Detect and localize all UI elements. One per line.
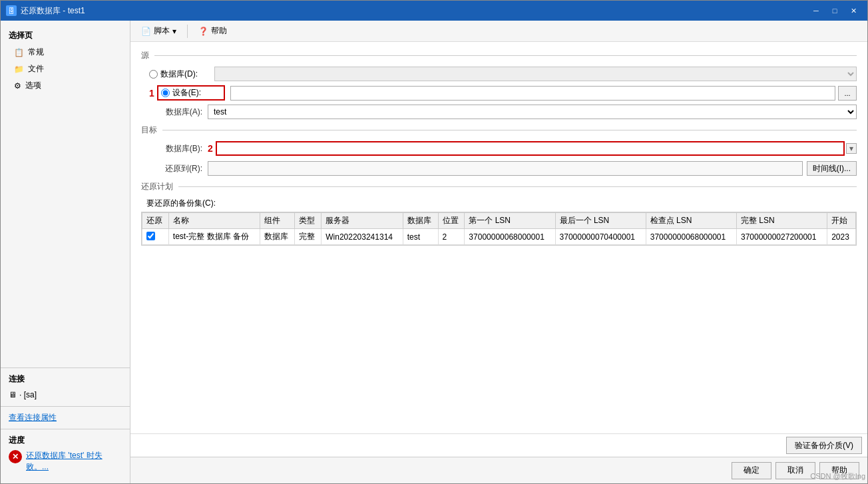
backup-sets-table: 还原 名称 组件 类型 服务器 数据库 位置 第一个 LSN 最后一个 LSN … xyxy=(142,212,856,245)
general-icon: 📋 xyxy=(14,48,24,57)
script-button[interactable]: 📄 脚本 ▾ xyxy=(136,24,182,38)
options-icon: ⚙ xyxy=(14,81,21,91)
database-tgt-label: 数据库(B): xyxy=(160,143,208,154)
form-area: 源 数据库(D): 1 xyxy=(130,42,867,433)
database-src-select[interactable]: test xyxy=(208,105,857,119)
col-last-lsn: 最后一个 LSN xyxy=(555,213,646,229)
files-icon: 📁 xyxy=(14,65,24,74)
sidebar-item-files-label: 文件 xyxy=(28,63,44,75)
verify-bar: 验证备份介质(V) xyxy=(130,433,867,457)
sidebar-section-title: 选择页 xyxy=(1,26,130,44)
error-link[interactable]: 还原数据库 'test' 时失败。... xyxy=(26,450,122,473)
script-dropdown-icon: ▾ xyxy=(172,27,176,36)
restore-to-row: 还原到(R): 上次执行的备份(2023年8月7日 10:26:09) 时间线(… xyxy=(141,161,857,176)
cell-name: test-完整 数据库 备份 xyxy=(168,229,260,245)
window-icon: 🗄 xyxy=(6,5,17,16)
cell-full-lsn: 37000000027200001 xyxy=(736,229,827,245)
toolbar: 📄 脚本 ▾ ❓ 帮助 xyxy=(130,21,867,42)
col-start: 开始 xyxy=(827,213,856,229)
restore-checkbox[interactable] xyxy=(146,232,155,240)
cell-position: 2 xyxy=(438,229,465,245)
restore-to-label: 还原到(R): xyxy=(160,163,208,174)
device-radio-label[interactable]: 设备(E): xyxy=(161,87,221,99)
sidebar-item-files[interactable]: 📁 文件 xyxy=(1,61,130,77)
col-restore: 还原 xyxy=(142,213,169,229)
database-source-select[interactable] xyxy=(214,67,857,81)
connection-title: 连接 xyxy=(9,373,122,385)
device-radio-text: 设备(E): xyxy=(172,87,201,99)
cell-first-lsn: 37000000068000001 xyxy=(465,229,555,245)
col-server: 服务器 xyxy=(322,213,403,229)
view-connection-props-link[interactable]: 查看连接属性 xyxy=(9,413,57,422)
target-section-label: 目标 xyxy=(141,124,157,136)
database-radio[interactable] xyxy=(149,70,158,79)
col-position: 位置 xyxy=(438,213,465,229)
progress-item: ✕ 还原数据库 'test' 时失败。... xyxy=(9,450,122,473)
cell-checkpoint-lsn: 37000000068000001 xyxy=(646,229,736,245)
script-label: 脚本 xyxy=(154,25,170,37)
database-radio-label[interactable]: 数据库(D): xyxy=(149,69,209,80)
help-label: 帮助 xyxy=(211,25,227,37)
label-num-1: 1 xyxy=(149,88,154,99)
title-bar: 🗄 还原数据库 - test1 ─ □ ✕ xyxy=(1,1,867,21)
ok-button[interactable]: 确定 xyxy=(732,462,771,479)
sidebar-item-general-label: 常规 xyxy=(28,47,44,58)
database-tgt-input[interactable]: test1 xyxy=(216,141,845,156)
cell-server: Win202203241314 xyxy=(322,229,403,245)
cell-type: 完整 xyxy=(295,229,322,245)
window-controls: ─ □ ✕ xyxy=(807,4,862,17)
watermark: CSDN @牧歌Ing xyxy=(810,471,865,481)
window-title: 还原数据库 - test1 xyxy=(21,5,807,17)
database-tgt-row: 数据库(B): 2 test1 ▾ xyxy=(141,141,857,156)
restore-to-input: 上次执行的备份(2023年8月7日 10:26:09) xyxy=(208,161,803,176)
timeline-button[interactable]: 时间线(I)... xyxy=(807,161,857,176)
bottom-bar: 确定 取消 帮助 xyxy=(130,457,867,483)
cell-start: 2023 xyxy=(827,229,856,245)
col-component: 组件 xyxy=(260,213,295,229)
sidebar: 选择页 📋 常规 📁 文件 ⚙ 选项 连接 🖥 · [sa] xyxy=(1,21,130,483)
cell-database: test xyxy=(403,229,438,245)
sidebar-item-general[interactable]: 📋 常规 xyxy=(1,44,130,61)
script-icon: 📄 xyxy=(141,27,151,36)
label-num-2: 2 xyxy=(208,143,213,154)
cancel-button[interactable]: 取消 xyxy=(775,462,815,479)
connection-item: 🖥 · [sa] xyxy=(9,389,122,401)
table-extra-space xyxy=(141,251,857,304)
connection-icon: 🖥 xyxy=(9,390,17,399)
device-radio-row: 1 设备(E): D:\Program Files\Microsoft SQL … xyxy=(141,85,857,101)
sidebar-item-options-label: 选项 xyxy=(25,80,41,91)
error-icon: ✕ xyxy=(9,450,22,463)
database-src-row: 数据库(A): test xyxy=(141,105,857,119)
col-database: 数据库 xyxy=(403,213,438,229)
sidebar-item-options[interactable]: ⚙ 选项 xyxy=(1,77,130,94)
cell-component: 数据库 xyxy=(260,229,295,245)
cell-restore xyxy=(142,229,169,245)
source-section-label: 源 xyxy=(141,50,149,61)
help-icon: ❓ xyxy=(198,27,208,36)
device-radio[interactable] xyxy=(161,89,170,97)
progress-title: 进度 xyxy=(9,435,122,446)
minimize-button[interactable]: ─ xyxy=(807,4,825,17)
browse-button[interactable]: ... xyxy=(838,86,857,101)
table-row[interactable]: test-完整 数据库 备份 数据库 完整 Win202203241314 te… xyxy=(142,229,856,245)
cell-last-lsn: 37000000070400001 xyxy=(555,229,646,245)
col-type: 类型 xyxy=(295,213,322,229)
connection-value: · [sa] xyxy=(19,390,37,399)
verify-button[interactable]: 验证备份介质(V) xyxy=(786,437,862,454)
target-section-header: 目标 xyxy=(141,124,857,136)
col-checkpoint-lsn: 检查点 LSN xyxy=(646,213,736,229)
col-name: 名称 xyxy=(168,213,260,229)
source-section-header: 源 xyxy=(141,50,857,61)
database-radio-text: 数据库(D): xyxy=(160,69,198,80)
device-radio-highlight: 设备(E): xyxy=(157,85,225,101)
help-button[interactable]: ❓ 帮助 xyxy=(193,24,232,38)
col-first-lsn: 第一个 LSN xyxy=(465,213,555,229)
maximize-button[interactable]: □ xyxy=(826,4,843,17)
device-path-input[interactable]: D:\Program Files\Microsoft SQL Server\MS… xyxy=(230,86,835,101)
table-container: 还原 名称 组件 类型 服务器 数据库 位置 第一个 LSN 最后一个 LSN … xyxy=(141,212,857,246)
close-button[interactable]: ✕ xyxy=(845,4,862,17)
toolbar-separator xyxy=(187,25,188,38)
database-src-label: 数据库(A): xyxy=(160,107,208,118)
right-panel: 📄 脚本 ▾ ❓ 帮助 源 xyxy=(130,21,867,483)
database-radio-row: 数据库(D): xyxy=(141,67,857,81)
